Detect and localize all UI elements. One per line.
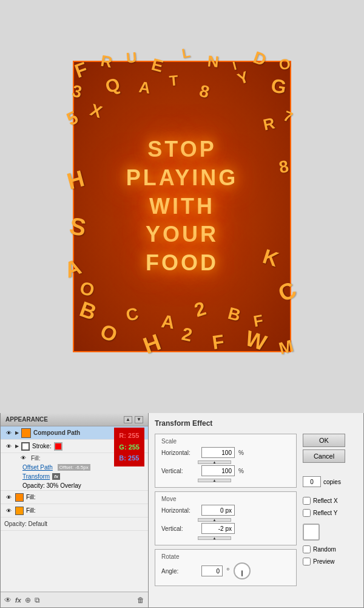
move-v-slider[interactable] (198, 536, 231, 540)
fx-icon[interactable]: fx (52, 473, 60, 480)
copies-label: copies (323, 479, 341, 485)
angle-label: Angle: (161, 568, 198, 575)
scale-h-unit: % (238, 449, 244, 456)
fill3-swatch[interactable] (15, 507, 24, 515)
stroke-expand-icon[interactable]: ▶ (15, 443, 19, 449)
scale-h-label: Horizontal: (161, 449, 198, 456)
move-h-row: Horizontal: (161, 505, 290, 516)
scale-h-slider[interactable] (198, 460, 231, 464)
canvas-area: STOP PLAYING WITH YOUR FOOD FRUELNIDO3QA… (0, 0, 364, 413)
bottom-panels: APPEARANCE ▲ ▼ R: 255 G: 255 B: 255 👁 ▶ … (0, 413, 364, 608)
fill-visibility-icon[interactable]: 👁 (19, 454, 27, 462)
scale-section: Scale Horizontal: % Vertical: % (155, 434, 297, 488)
appearance-panel: APPEARANCE ▲ ▼ R: 255 G: 255 B: 255 👁 ▶ … (0, 413, 149, 608)
transform-panel: Transform Effect Scale Horizontal: % (149, 413, 364, 608)
reflect-x-label: Reflect X (313, 497, 338, 504)
reflect-x-checkbox[interactable] (303, 497, 311, 505)
move-v-input[interactable] (201, 523, 235, 534)
random-checkbox[interactable] (303, 545, 311, 553)
color-g: G: 255 (119, 442, 140, 453)
scale-v-slider[interactable] (198, 479, 231, 482)
angle-row: Angle: ° (161, 562, 290, 579)
copies-input[interactable] (303, 476, 321, 487)
artwork-container: STOP PLAYING WITH YOUR FOOD FRUELNIDO3QA… (55, 43, 309, 371)
preview-checkbox[interactable] (303, 558, 311, 565)
color-r: R: 255 (119, 430, 140, 442)
offset-path-link[interactable]: Offset Path (22, 464, 53, 471)
fill2-swatch[interactable] (15, 493, 24, 502)
move-h-slider[interactable] (198, 518, 231, 522)
new-item-icon[interactable]: ⊕ (25, 596, 31, 604)
reflect-y-row: Reflect Y (303, 509, 357, 517)
move-h-slider-row (161, 518, 290, 522)
preview-row: Preview (303, 558, 357, 565)
visibility-icon[interactable]: 👁 (4, 429, 13, 437)
scale-h-row: Horizontal: % (161, 447, 290, 458)
rotate-section: Rotate Angle: ° (155, 549, 297, 586)
move-v-label: Vertical: (161, 525, 198, 532)
move-v-slider-row (161, 536, 290, 540)
transform-link[interactable]: Transform (22, 473, 50, 480)
scale-h-slider-row (161, 460, 290, 464)
fill3-label: Fill: (26, 507, 36, 514)
duplicate-icon[interactable]: ⧉ (35, 596, 40, 604)
scale-label: Scale (161, 438, 290, 445)
panel-scroll-up[interactable]: ▲ (124, 416, 132, 423)
scale-h-input[interactable] (201, 447, 235, 458)
scale-v-input[interactable] (201, 465, 235, 476)
expand-icon[interactable]: ▶ (15, 430, 19, 436)
stroke-visibility-icon[interactable]: 👁 (4, 443, 13, 450)
reflect-y-label: Reflect Y (313, 510, 337, 516)
move-h-label: Horizontal: (161, 507, 198, 514)
random-row: Random (303, 545, 357, 553)
move-label: Move (161, 496, 290, 502)
offset-value: Offset: -6.5px (58, 464, 90, 471)
opacity-row: Opacity: Default (1, 517, 148, 531)
transform-grid-icon[interactable] (303, 524, 320, 541)
appearance-content: R: 255 G: 255 B: 255 👁 ▶ Compound Path 👁… (1, 426, 148, 592)
angle-input[interactable] (201, 565, 223, 576)
fill3-row[interactable]: 👁 Fill: (1, 504, 148, 517)
panel-scroll-down[interactable]: ▼ (135, 416, 143, 423)
fx-footer-icon[interactable]: fx (15, 596, 21, 604)
reflect-x-row: Reflect X (303, 497, 357, 505)
copies-row: copies (303, 476, 357, 487)
transform-left-col: Scale Horizontal: % Vertical: % (155, 434, 297, 590)
scattered-letter: L (181, 45, 192, 62)
cancel-button[interactable]: Cancel (303, 449, 345, 463)
move-h-input[interactable] (201, 505, 235, 516)
fill-label1: Fill: (31, 455, 41, 462)
scale-v-label: Vertical: (161, 468, 198, 474)
move-section: Move Horizontal: Vertical: (155, 491, 297, 545)
fill2-visibility-icon[interactable]: 👁 (4, 494, 13, 501)
compound-path-swatch (21, 428, 31, 438)
ok-button[interactable]: OK (303, 434, 345, 447)
visibility-footer-icon[interactable]: 👁 (4, 596, 12, 604)
rotate-label: Rotate (161, 553, 290, 560)
rotate-dial[interactable] (234, 562, 251, 579)
scale-v-row: Vertical: % (161, 465, 290, 476)
transform-right-col: OK Cancel copies Reflect X Reflect Y (303, 434, 357, 590)
panel-header: APPEARANCE ▲ ▼ (1, 413, 148, 426)
fill2-label: Fill: (26, 494, 36, 500)
stroke-color-swatch[interactable] (54, 442, 62, 451)
random-label: Random (313, 546, 336, 553)
delete-icon[interactable]: 🗑 (137, 596, 144, 604)
color-b: B: 255 (119, 453, 140, 464)
panel-footer: 👁 fx ⊕ ⧉ 🗑 (1, 592, 148, 607)
transform-title: Transform Effect (155, 419, 357, 428)
compound-path-label: Compound Path (33, 429, 80, 436)
preview-label: Preview (313, 558, 335, 565)
fill2-row[interactable]: 👁 Fill: (1, 491, 148, 504)
reflect-y-checkbox[interactable] (303, 509, 311, 517)
opacity2-label: Opacity: Default (4, 521, 47, 527)
fill3-visibility-icon[interactable]: 👁 (4, 507, 13, 514)
move-v-row: Vertical: (161, 523, 290, 534)
artwork-text: STOP PLAYING WITH YOUR FOOD (126, 135, 238, 278)
scale-v-slider-row (161, 479, 290, 482)
artwork-background: STOP PLAYING WITH YOUR FOOD (73, 61, 291, 352)
stroke-swatch (21, 442, 30, 451)
stroke-label: Stroke: (32, 443, 52, 449)
opacity-label: Opacity: 30% Overlay (19, 482, 81, 489)
transform-layout: Scale Horizontal: % Vertical: % (155, 434, 357, 590)
